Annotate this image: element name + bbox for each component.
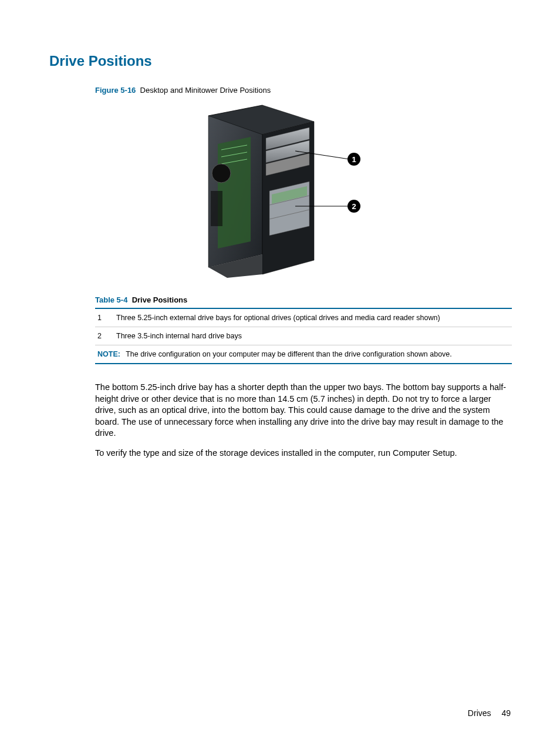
paragraph: To verify the type and size of the stora… — [95, 448, 512, 459]
body-text: The bottom 5.25-inch drive bay has a sho… — [95, 382, 512, 459]
row-desc: Three 3.5-inch internal hard drive bays — [116, 332, 510, 340]
svg-point-9 — [212, 164, 231, 183]
footer-page: 49 — [501, 708, 511, 718]
drive-positions-figure: 1 2 — [192, 103, 368, 279]
table-note-row: NOTE: The drive configuration on your co… — [95, 345, 512, 364]
table-label: Table 5-4 — [95, 295, 127, 304]
svg-marker-4 — [218, 137, 251, 248]
drive-positions-table: 1 Three 5.25-inch external drive bays fo… — [95, 308, 512, 364]
figure-caption-text: Desktop and Minitower Drive Positions — [140, 86, 271, 95]
paragraph: The bottom 5.25-inch drive bay has a sho… — [95, 382, 512, 439]
row-index: 1 — [97, 314, 116, 322]
table-row: 1 Three 5.25-inch external drive bays fo… — [95, 308, 512, 327]
row-index: 2 — [97, 332, 116, 340]
figure-caption: Figure 5-16 Desktop and Minitower Drive … — [95, 86, 511, 95]
table-caption-text: Drive Positions — [132, 295, 188, 304]
row-desc: Three 5.25-inch external drive bays for … — [116, 314, 510, 322]
note-text: The drive configuration on your computer… — [126, 350, 452, 358]
footer-section: Drives — [468, 708, 491, 718]
callout-2-label: 2 — [352, 202, 356, 211]
page-footer: Drives 49 — [468, 708, 511, 718]
figure-label: Figure 5-16 — [95, 86, 136, 95]
page-heading: Drive Positions — [49, 53, 511, 69]
table-caption: Table 5-4 Drive Positions — [95, 295, 511, 304]
callout-1-label: 1 — [352, 155, 356, 164]
svg-rect-8 — [211, 191, 222, 226]
table-row: 2 Three 3.5-inch internal hard drive bay… — [95, 327, 512, 345]
note-label: NOTE: — [97, 350, 120, 358]
